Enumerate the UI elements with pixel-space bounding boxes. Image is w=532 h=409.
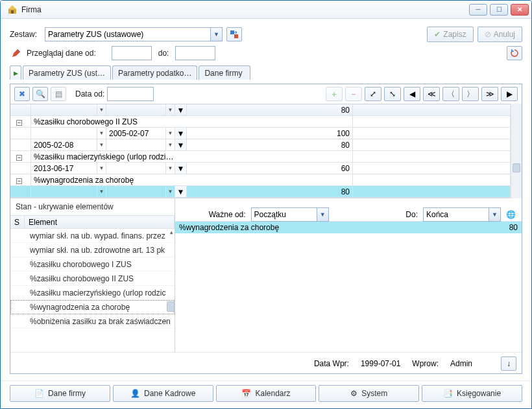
bottom-nav: 📄Dane firmy 👤Dane Kadrowe 📅Kalendarz ⚙Sy… [1, 380, 531, 408]
list-item[interactable]: %zasiłku chorobowego I ZUS [10, 257, 175, 272]
table-row[interactable]: −%wynagrodzenia za chorobę [10, 174, 511, 186]
tab-parametry-podatkowe[interactable]: Parametry podatko… [112, 65, 197, 80]
bottom-dane-firmy[interactable]: 📄Dane firmy [10, 385, 110, 402]
entry-date-label: Data Wpr: [314, 359, 349, 368]
check-icon: ✔ [434, 30, 441, 39]
transfer-icon [230, 30, 239, 39]
svg-rect-2 [11, 10, 14, 14]
chevron-down-icon[interactable]: ▼ [489, 208, 500, 221]
zestaw-action-button[interactable] [226, 27, 242, 41]
minimize-button[interactable]: ─ [469, 4, 487, 16]
grid-vscroll[interactable] [511, 104, 522, 198]
table-row[interactable]: ▼▼▼80 [10, 186, 511, 198]
from-date-input[interactable] [112, 46, 152, 60]
list-item[interactable]: wymiar skł. na ub. wypad. finans. przez [10, 229, 175, 243]
entry-date-value: 1999-07-01 [361, 359, 400, 368]
valid-to-combo[interactable]: Końca ▼ [423, 207, 501, 222]
hide-col-element: Element [25, 216, 175, 228]
entry-user-label: Wprow: [412, 359, 439, 368]
bottom-dane-kadrowe[interactable]: 👤Dane Kadrowe [113, 385, 213, 402]
globe-icon: 🌐 [506, 210, 516, 219]
valid-from-combo[interactable]: Początku ▼ [251, 207, 329, 222]
tools-button[interactable]: ✖ [14, 87, 30, 101]
table-row[interactable]: ▼2005-02-07▼▼100 [10, 128, 511, 139]
nav-fwd-button[interactable]: 〉 [462, 87, 479, 101]
expand-all-button[interactable]: ⤢ [365, 87, 381, 101]
system-icon: ⚙ [350, 389, 357, 398]
save-button[interactable]: ✔ Zapisz [427, 27, 473, 42]
browse-from-label: Przeglądaj dane od: [27, 49, 96, 58]
status-bar: Data Wpr: 1999-07-01 Wprow: Admin ↓ [10, 352, 522, 373]
table-row[interactable]: −%zasiłku macierzyńskiego (urlop rodzi… [10, 151, 511, 163]
grid-toolbar: ✖ 🔍 ▤ Data od: ＋ － ⤢ ⤡ ◀ ≪ 〈 〉 ≫ ▶ [10, 84, 522, 104]
table-row[interactable]: −%zasiłku chorobowego II ZUS [10, 116, 511, 128]
list-item[interactable]: %obniżenia zasiłku za brak zaświadczen [10, 314, 175, 329]
collapse-icon: ⤡ [389, 89, 396, 99]
detail-row[interactable]: %wynagrodzenia za chorobę 80 [175, 222, 522, 233]
list-icon: ▤ [55, 89, 62, 99]
bottom-kalendarz[interactable]: 📅Kalendarz [216, 385, 317, 402]
collapse-all-button[interactable]: ⤡ [384, 87, 401, 101]
detail-row-value: 80 [509, 223, 518, 232]
person-icon: 👤 [130, 389, 140, 398]
window-title: Firma [21, 5, 466, 14]
plus-icon: ＋ [330, 89, 338, 100]
tab-parametry-zus[interactable]: Parametry ZUS (ust… [23, 65, 111, 80]
valid-from-label: Ważne od: [179, 210, 248, 219]
magnifier-icon: 🔍 [36, 89, 45, 99]
table-row[interactable]: 2013-06-17▼▼▼60 [10, 163, 511, 174]
zestaw-combo[interactable]: Parametry ZUS (ustawowe) ▼ [45, 27, 223, 41]
bottom-ksiegowanie[interactable]: 📑Księgowanie [422, 385, 522, 402]
minus-icon: － [350, 89, 357, 100]
tabs-play-button[interactable]: ▶ [10, 65, 21, 80]
svg-marker-1 [8, 5, 16, 9]
expand-icon: ⤢ [370, 89, 376, 99]
arrow-down-icon: ↓ [507, 359, 511, 368]
list-vscroll[interactable] [167, 301, 175, 312]
globe-button[interactable]: 🌐 [503, 207, 518, 222]
valid-to-label: Do: [332, 210, 420, 219]
maximize-button[interactable]: ☐ [490, 4, 508, 16]
nav-first-button[interactable]: ◀ [404, 87, 420, 101]
list-item[interactable]: %zasiłku chorobowego II ZUS [10, 272, 175, 286]
tab-dane-firmy[interactable]: Dane firmy [199, 65, 250, 80]
detail-panel: Ważne od: Początku ▼ Do: Końca ▼ 🌐 [175, 198, 522, 352]
add-button[interactable]: ＋ [326, 87, 343, 101]
list-item[interactable]: %wynagrodzenia za chorobę [10, 300, 175, 314]
data-od-input[interactable] [107, 87, 154, 101]
hide-col-s: S [10, 216, 25, 228]
titlebar: Firma ─ ☐ ✕ [1, 1, 531, 19]
entry-user-value: Admin [450, 359, 489, 368]
ledger-icon: 📑 [443, 389, 453, 398]
detail-row-label: %wynagrodzenia za chorobę [179, 223, 509, 232]
cancel-button[interactable]: ⊘ Anuluj [478, 27, 522, 42]
sheet-icon: 📄 [34, 389, 44, 398]
main-panel: ✖ 🔍 ▤ Data od: ＋ － ⤢ ⤡ ◀ ≪ 〈 〉 ≫ ▶ [10, 84, 522, 374]
zestaw-label: Zestaw: [10, 30, 41, 39]
app-window: Firma ─ ☐ ✕ Zestaw: Parametry ZUS (ustaw… [0, 0, 532, 409]
zestaw-value: Parametry ZUS (ustawowe) [48, 30, 143, 39]
to-date-input[interactable] [175, 46, 215, 60]
list-button[interactable]: ▤ [51, 87, 66, 101]
list-item[interactable]: %zasiłku macierzyńskiego (urlop rodzic [10, 286, 175, 300]
chevron-down-icon[interactable]: ▼ [210, 28, 222, 41]
bottom-system[interactable]: ⚙System [319, 385, 419, 402]
table-row[interactable]: ▼▼▼80 [10, 104, 511, 116]
nav-fastfwd-button[interactable]: ≫ [481, 87, 498, 101]
hide-header: S Element [10, 216, 175, 229]
refresh-icon [510, 49, 519, 58]
chevron-down-icon[interactable]: ▼ [317, 208, 328, 221]
wrench-icon: ✖ [19, 89, 25, 99]
nav-fastback-button[interactable]: ≪ [423, 87, 440, 101]
search-button[interactable]: 🔍 [32, 87, 48, 101]
refresh-button[interactable] [507, 46, 522, 60]
edit-icon[interactable] [10, 46, 23, 60]
nav-back-button[interactable]: 〈 [442, 87, 459, 101]
close-button[interactable]: ✕ [511, 4, 529, 16]
remove-button[interactable]: － [345, 87, 362, 101]
down-button[interactable]: ↓ [501, 356, 516, 371]
list-item[interactable]: wymiar skł. na ub. zdrowotne art. 13 pk [10, 243, 175, 257]
nav-last-button[interactable]: ▶ [501, 87, 518, 101]
table-row[interactable]: 2005-02-08▼▼▼80 [10, 139, 511, 151]
calendar-icon: 📅 [241, 389, 251, 398]
